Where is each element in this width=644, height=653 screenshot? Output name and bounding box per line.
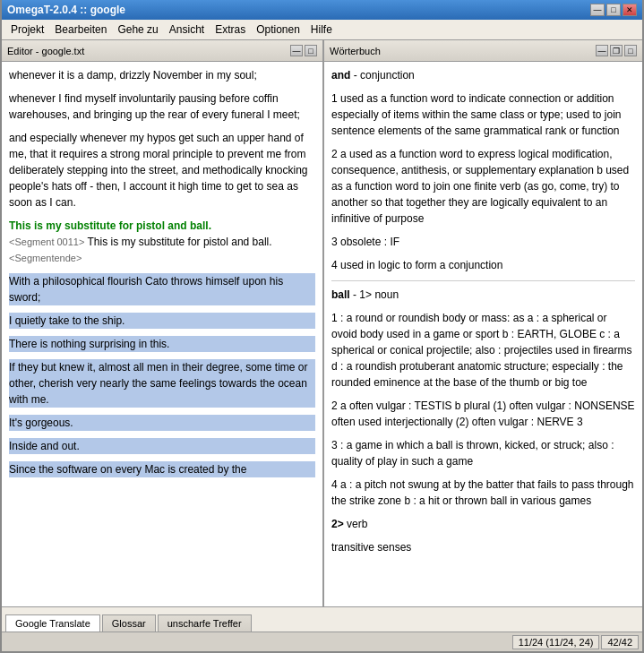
text-paragraph-highlight-3: There is nothing surprising in this. [9, 336, 315, 352]
dict-panel-buttons: — ❐ □ [596, 45, 637, 56]
editor-minimize-button[interactable]: — [290, 45, 303, 56]
segment-end-tag: <Segmentende> [9, 253, 82, 263]
dict-and-def-4: 4 used in logic to form a conjunction [331, 257, 635, 273]
dict-ball-title: ball - 1> noun [331, 287, 635, 303]
minimize-button[interactable]: — [590, 4, 605, 16]
dict-and-def-3: 3 obsolete : IF [331, 234, 635, 250]
dict-ball-def-1: 1 : a round or roundish body or mass: as… [331, 310, 635, 391]
segment-info-badge: 11/24 (11/24, 24) [512, 635, 600, 649]
dict-and-title: and - conjunction [331, 67, 635, 83]
title-bar: OmegaT-2.0.4 :: google — □ ✕ [2, 0, 642, 20]
text-paragraph-1: whenever it is a damp, drizzly November … [9, 67, 315, 83]
editor-panel: Editor - google.txt — □ whenever it is a… [2, 40, 324, 606]
dict-ball-def-2: 2 a often vulgar : TESTIS b plural (1) o… [331, 398, 635, 430]
dict-and-def-2: 2 a used as a function word to express l… [331, 146, 635, 227]
dict-ball-sense2: 2> verb [331, 516, 635, 532]
dict-ball-def-4: 4 a : a pitch not swung at by the batter… [331, 477, 635, 509]
text-paragraph-active: This is my substitute for pistol and bal… [9, 218, 315, 234]
title-bar-buttons: — □ ✕ [590, 4, 637, 16]
text-paragraph-highlight-2: I quietly take to the ship. [9, 313, 315, 329]
text-paragraph-3: and especially whenever my hypos get suc… [9, 130, 315, 211]
dict-maximize-button[interactable]: □ [624, 45, 637, 56]
menu-bearbeiten[interactable]: Bearbeiten [49, 21, 112, 38]
dict-ball-entry: ball - 1> noun 1 : a round or roundish b… [331, 287, 635, 555]
status-bar: 11/24 (11/24, 24) 42/42 [2, 632, 642, 651]
dict-ball-def-3: 3 : a game in which a ball is thrown, ki… [331, 437, 635, 469]
editor-header: Editor - google.txt — □ [2, 40, 322, 62]
text-paragraph-highlight-5: It's gorgeous. [9, 415, 315, 431]
dict-panel: Wörterbuch — ❐ □ and - conjunction 1 use… [324, 40, 642, 606]
menu-bar: Projekt Bearbeiten Gehe zu Ansicht Extra… [2, 20, 642, 40]
segment-text: This is my substitute for pistol and bal… [84, 236, 271, 248]
text-paragraph-highlight-6: Inside and out. [9, 438, 315, 454]
text-segment-tags: <Segment 0011> This is my substitute for… [9, 234, 315, 266]
dict-minimize-button[interactable]: — [596, 45, 608, 56]
editor-title: Editor - google.txt [7, 46, 84, 56]
menu-hilfe[interactable]: Hilfe [305, 21, 338, 38]
dict-restore-button[interactable]: ❐ [610, 45, 623, 56]
menu-ansicht[interactable]: Ansicht [164, 21, 210, 38]
dict-title: Wörterbuch [330, 46, 381, 56]
dict-ball-trans: transitive senses [331, 539, 635, 555]
window-title: OmegaT-2.0.4 :: google [7, 4, 125, 16]
text-paragraph-highlight-1: With a philosophical flourish Cato throw… [9, 273, 315, 305]
segment-start-tag: <Segment 0011> [9, 236, 84, 247]
tab-google-translate[interactable]: Google Translate [5, 614, 100, 632]
tab-glossar[interactable]: Glossar [102, 614, 156, 632]
total-badge: 42/42 [601, 635, 639, 649]
menu-gehe-zu[interactable]: Gehe zu [112, 21, 163, 38]
dict-separator [331, 280, 635, 281]
text-paragraph-highlight-4: If they but knew it, almost all men in t… [9, 359, 315, 408]
maximize-button[interactable]: □ [606, 4, 621, 16]
dict-content[interactable]: and - conjunction 1 used as a function w… [324, 62, 642, 606]
editor-panel-buttons: — □ [290, 45, 317, 56]
content-area: Editor - google.txt — □ whenever it is a… [2, 40, 642, 606]
dict-and-def-1: 1 used as a function word to indicate co… [331, 90, 635, 139]
menu-extras[interactable]: Extras [210, 21, 251, 38]
menu-projekt[interactable]: Projekt [5, 21, 49, 38]
dict-and-entry: and - conjunction 1 used as a function w… [331, 67, 635, 273]
dict-header: Wörterbuch — ❐ □ [324, 40, 642, 62]
menu-optionen[interactable]: Optionen [251, 21, 305, 38]
tab-unscharfe-treffer[interactable]: unscharfe Treffer [158, 614, 252, 632]
close-button[interactable]: ✕ [623, 4, 637, 16]
editor-maximize-button[interactable]: □ [305, 45, 317, 56]
text-paragraph-2: whenever I find myself involuntarily pau… [9, 90, 315, 123]
editor-content[interactable]: whenever it is a damp, drizzly November … [2, 62, 322, 606]
bottom-tabs: Google Translate Glossar unscharfe Treff… [2, 606, 642, 632]
text-paragraph-highlight-7: Since the software on every Mac is creat… [9, 461, 315, 477]
